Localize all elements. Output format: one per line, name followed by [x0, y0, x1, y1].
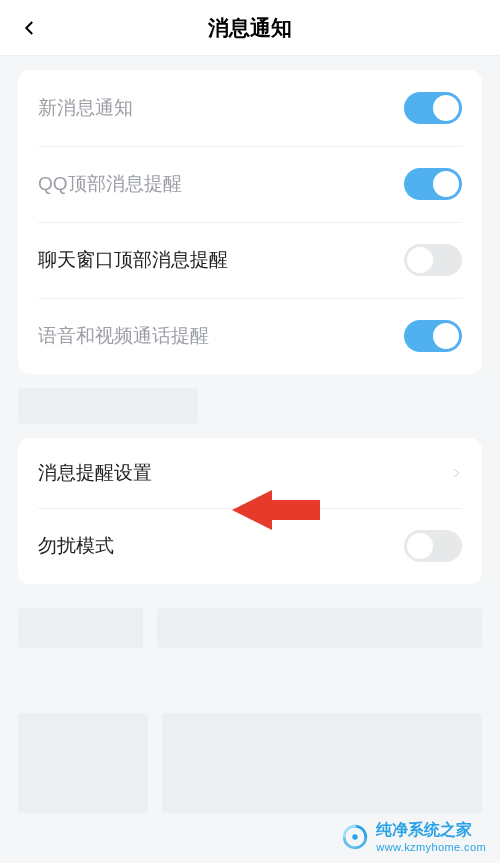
- skeleton-block: [18, 608, 143, 648]
- watermark: 纯净系统之家 www.kzmyhome.com: [342, 820, 486, 853]
- toggle-knob: [433, 323, 459, 349]
- brand-url: www.kzmyhome.com: [376, 841, 486, 853]
- row-new-message-notify: 新消息通知: [18, 70, 482, 146]
- toggle-qq-top-remind[interactable]: [404, 168, 462, 200]
- row-qq-top-remind: QQ顶部消息提醒: [18, 146, 482, 222]
- toggle-chat-top-remind[interactable]: [404, 244, 462, 276]
- settings-group-2: 消息提醒设置 勿扰模式: [18, 438, 482, 584]
- brand-name: 纯净系统之家: [376, 820, 486, 841]
- row-label: 消息提醒设置: [38, 460, 152, 486]
- toggle-knob: [433, 171, 459, 197]
- skeleton-block: [18, 713, 148, 813]
- skeleton-block: [157, 608, 482, 648]
- row-message-remind-settings[interactable]: 消息提醒设置: [18, 438, 482, 508]
- toggle-knob: [407, 533, 433, 559]
- skeleton-block: [162, 713, 482, 813]
- row-label: 聊天窗口顶部消息提醒: [38, 247, 228, 273]
- brand-text: 纯净系统之家 www.kzmyhome.com: [376, 820, 486, 853]
- skeleton-bottom-row: [18, 713, 482, 813]
- back-button[interactable]: [10, 0, 50, 56]
- skeleton-row: [18, 608, 482, 634]
- toggle-dnd-mode[interactable]: [404, 530, 462, 562]
- toggle-knob: [407, 247, 433, 273]
- row-voice-video-remind: 语音和视频通话提醒: [18, 298, 482, 374]
- chevron-left-icon: [21, 19, 39, 37]
- skeleton-block: [18, 388, 198, 424]
- chevron-right-icon: [450, 465, 462, 481]
- toggle-new-message-notify[interactable]: [404, 92, 462, 124]
- row-chat-top-remind: 聊天窗口顶部消息提醒: [18, 222, 482, 298]
- row-label: 新消息通知: [38, 95, 133, 121]
- toggle-knob: [433, 95, 459, 121]
- settings-group-1: 新消息通知 QQ顶部消息提醒 聊天窗口顶部消息提醒 语音和视频通话提醒: [18, 70, 482, 374]
- page-title: 消息通知: [208, 14, 292, 42]
- toggle-voice-video-remind[interactable]: [404, 320, 462, 352]
- row-dnd-mode: 勿扰模式: [18, 508, 482, 584]
- row-label: 语音和视频通话提醒: [38, 323, 209, 349]
- header-bar: 消息通知: [0, 0, 500, 56]
- row-label: 勿扰模式: [38, 533, 114, 559]
- row-label: QQ顶部消息提醒: [38, 171, 182, 197]
- brand-logo-icon: [342, 824, 368, 850]
- svg-point-1: [353, 834, 358, 839]
